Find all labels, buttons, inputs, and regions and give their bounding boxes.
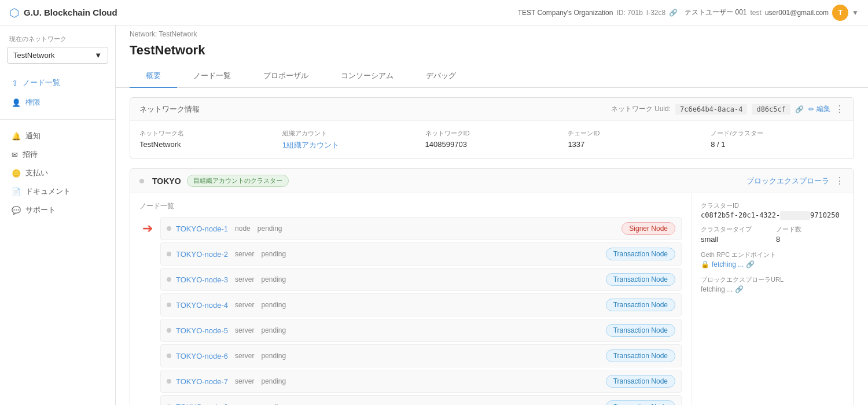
block-explorer-link-icon[interactable]: 🔗 — [735, 285, 744, 293]
geth-rpc-link-icon[interactable]: 🔗 — [746, 260, 755, 268]
node-server-type: server — [235, 403, 254, 405]
tab-debug[interactable]: デバッグ — [410, 65, 472, 88]
node-cluster-cell: ノード/クラスター 8 / 1 — [711, 129, 844, 150]
sidebar-misc-label: 通知 — [25, 131, 41, 141]
network-info-body: ネットワーク名 TestNetwork 組織アカウント 1組織アカウント ネット… — [130, 121, 854, 159]
cluster-id-masked — [780, 211, 810, 220]
node-status-text: pending — [261, 275, 286, 284]
node-row: TOKYO-node-2 server pendingTransaction N… — [160, 242, 682, 266]
node-count-value: 8 — [776, 235, 844, 244]
block-explorer-link[interactable]: ブロックエクスプローラ — [746, 176, 829, 186]
header-left: ⬡ G.U. Blockchain Cloud — [9, 6, 117, 20]
node-row: TOKYO-node-8 server pendingTransaction N… — [160, 395, 682, 405]
node-type-badge: Transaction Node — [606, 400, 675, 405]
cluster-header-right: ブロックエクスプローラ ⋮ — [746, 175, 844, 186]
network-label: 現在のネットワーク — [0, 35, 115, 47]
node-type-badge: Signer Node — [621, 222, 675, 235]
node-name[interactable]: TOKYO-node-2 — [176, 250, 228, 259]
cluster-kebab-button[interactable]: ⋮ — [835, 175, 844, 186]
node-type-badge: Transaction Node — [606, 248, 675, 260]
sidebar-misc-label: 支払い — [25, 168, 48, 178]
node-name[interactable]: TOKYO-node-1 — [176, 224, 228, 233]
org-name: TEST Company's Organization — [518, 9, 613, 17]
sidebar-item-label: 権限 — [25, 97, 41, 108]
cluster-name: TOKYO — [152, 176, 181, 186]
node-server-type: node — [235, 224, 251, 233]
user-email: user001@gmail.com — [765, 9, 829, 17]
chain-id-label: チェーンID — [568, 129, 701, 138]
network-info-card: ネットワーク情報 ネットワーク Uuid: 7c6e64b4-8aca-4 d8… — [130, 97, 854, 159]
network-selector[interactable]: TestNetwork ▼ — [7, 47, 108, 64]
node-row-left: TOKYO-node-6 server pending — [167, 352, 286, 360]
user-role: test — [751, 9, 762, 17]
network-id-cell: ネットワークID 1408599703 — [425, 129, 559, 150]
chat-icon: 💬 — [12, 206, 21, 215]
network-info-grid: ネットワーク名 TestNetwork 組織アカウント 1組織アカウント ネット… — [139, 129, 844, 150]
chain-id-value: 1337 — [568, 140, 701, 149]
node-type-badge: Transaction Node — [606, 324, 675, 337]
person-icon: 👤 — [12, 98, 21, 107]
node-server-type: server — [235, 250, 254, 258]
node-name[interactable]: TOKYO-node-4 — [176, 301, 228, 310]
node-cluster-label: ノード/クラスター — [711, 129, 844, 138]
org-link-icon[interactable]: 🔗 — [669, 9, 678, 17]
cluster-type-cell: クラスタータイプ small — [701, 225, 769, 244]
node-server-type: server — [235, 352, 254, 360]
sidebar-item-notifications[interactable]: 🔔 通知 — [0, 127, 115, 145]
node-list: ➔TOKYO-node-1 node pendingSigner NodeTOK… — [139, 217, 682, 405]
node-row: TOKYO-node-4 server pendingTransaction N… — [160, 293, 682, 316]
lock-icon: 🔒 — [701, 260, 709, 268]
sidebar-misc-label: 招待 — [23, 149, 38, 160]
share-icon: ⇧ — [12, 79, 18, 87]
main-layout: 現在のネットワーク TestNetwork ▼ ⇧ ノード一覧 👤 権限 🔔 通… — [0, 25, 868, 405]
tab-overview[interactable]: 概要 — [130, 65, 177, 88]
node-status-text: pending — [261, 326, 286, 334]
node-status-text: pending — [261, 301, 286, 309]
node-row-left: TOKYO-node-8 server pending — [167, 403, 286, 406]
avatar[interactable]: T — [832, 5, 848, 21]
tab-consortium[interactable]: コンソーシアム — [325, 65, 410, 88]
org-account-value[interactable]: 1組織アカウント — [282, 140, 416, 150]
cluster-content: ノード一覧 ➔TOKYO-node-1 node pendingSigner N… — [130, 193, 854, 405]
node-row-left: TOKYO-node-7 server pending — [167, 377, 286, 386]
node-status-dot — [167, 226, 171, 231]
app-title: G.U. Blockchain Cloud — [24, 8, 117, 17]
sidebar-item-support[interactable]: 💬 サポート — [0, 201, 115, 219]
network-selected-value: TestNetwork — [13, 51, 55, 60]
node-server-type: server — [235, 301, 254, 309]
sidebar-item-documents[interactable]: 📄 ドキュメント — [0, 182, 115, 201]
sidebar-item-payment[interactable]: 🪙 支払い — [0, 164, 115, 182]
sidebar-item-permissions[interactable]: 👤 権限 — [0, 93, 115, 112]
sidebar-divider — [0, 119, 115, 120]
node-name[interactable]: TOKYO-node-3 — [176, 275, 228, 284]
org-code: I-32c8 — [646, 9, 665, 17]
node-row-left: TOKYO-node-3 server pending — [167, 275, 286, 284]
node-type-badge: Transaction Node — [606, 349, 675, 362]
copy-link-icon[interactable]: 🔗 — [795, 105, 804, 113]
tab-proposals[interactable]: プロポーザル — [247, 65, 325, 88]
network-info-header-right: ネットワーク Uuid: 7c6e64b4-8aca-4 d86c5cf 🔗 ✏… — [611, 104, 844, 115]
header-user: テストユーザー 001 test user001@gmail.com T ▼ — [685, 5, 859, 21]
cluster-card: TOKYO 目組織アカウントのクラスター ブロックエクスプローラ ⋮ ノード一覧… — [130, 168, 854, 405]
kebab-menu-button[interactable]: ⋮ — [835, 104, 844, 115]
node-status-text: pending — [261, 352, 286, 360]
node-name[interactable]: TOKYO-node-8 — [176, 403, 228, 406]
node-name[interactable]: TOKYO-node-5 — [176, 326, 228, 335]
node-count-label: ノード数 — [776, 225, 844, 234]
tab-nodes[interactable]: ノード一覧 — [177, 65, 247, 88]
dropdown-icon[interactable]: ▼ — [852, 9, 859, 17]
node-name[interactable]: TOKYO-node-6 — [176, 352, 228, 360]
edit-button[interactable]: ✏ 編集 — [808, 104, 830, 114]
node-name[interactable]: TOKYO-node-7 — [176, 377, 228, 386]
node-status-dot — [167, 328, 171, 333]
node-row-left: TOKYO-node-5 server pending — [167, 326, 286, 335]
breadcrumb: Network: TestNetwork — [116, 25, 868, 41]
cluster-info-section: クラスターID c08f2b5f-20c1-4322- 9710250 クラスタ… — [692, 193, 854, 405]
sidebar-item-nodes[interactable]: ⇧ ノード一覧 — [0, 73, 115, 93]
org-account-cell: 組織アカウント 1組織アカウント — [282, 129, 416, 150]
cluster-type-label: クラスタータイプ — [701, 225, 769, 234]
node-server-type: server — [235, 275, 254, 284]
sidebar-item-invitations[interactable]: ✉ 招待 — [0, 145, 115, 164]
node-list-section: ノード一覧 ➔TOKYO-node-1 node pendingSigner N… — [130, 193, 692, 405]
node-status-dot — [167, 379, 171, 384]
